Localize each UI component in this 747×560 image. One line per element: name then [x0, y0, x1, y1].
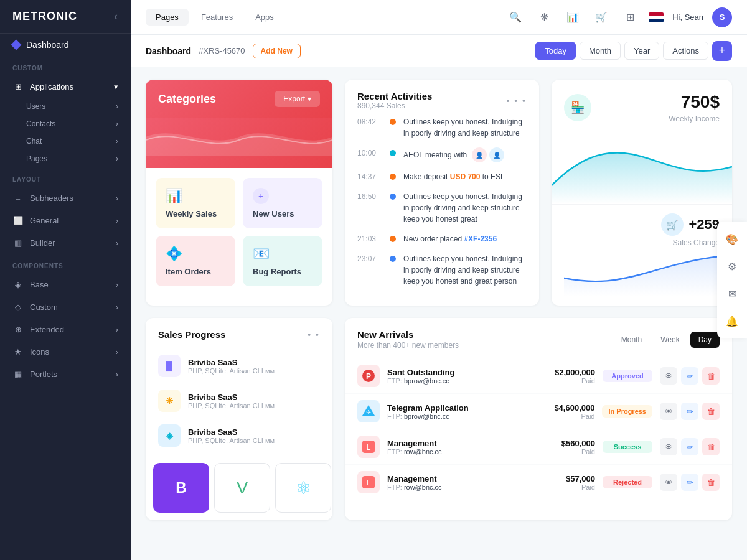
item-orders-icon: 💠: [166, 246, 182, 262]
add-new-button[interactable]: Add New: [253, 44, 301, 58]
chart-icon[interactable]: 📊: [563, 7, 583, 27]
edit-button-3[interactable]: ✏: [681, 438, 698, 455]
sp-avatar-1: ▐▌: [158, 355, 181, 377]
arrivals-tab-week[interactable]: Week: [652, 332, 687, 348]
cat-tile-bug-reports[interactable]: 📧 Bug Reports: [243, 236, 322, 286]
sidebar-item-builder[interactable]: ▥ Builder ›: [0, 231, 131, 254]
user-avatar[interactable]: S: [712, 7, 732, 27]
grid-icon[interactable]: ⊞: [620, 7, 640, 27]
highlight-order: #XF-2356: [464, 235, 497, 243]
act-text-2-main: AEOL meeting with: [403, 151, 467, 159]
edit-button-2[interactable]: ✏: [681, 403, 698, 420]
sidebar-item-pages[interactable]: Pages ›: [0, 150, 131, 167]
sp-menu[interactable]: • •: [308, 330, 320, 340]
categories-wave: [146, 118, 332, 168]
arrivals-tab-day[interactable]: Day: [690, 332, 720, 348]
year-button[interactable]: Year: [624, 42, 659, 60]
income-label: Weekly Income: [669, 114, 720, 123]
sidebar-item-extended[interactable]: ⊕ Extended ›: [0, 318, 131, 340]
tab-apps[interactable]: Apps: [245, 9, 284, 26]
arrival-logo-1: P: [357, 365, 380, 387]
arrivals-table: P Sant Outstanding FTP: bprow@bnc.cc $2,…: [345, 353, 732, 505]
view-button-2[interactable]: 👁: [660, 403, 677, 420]
new-arrivals-card: New Arrivals More than 400+ new members …: [345, 318, 732, 520]
tab-pages[interactable]: Pages: [146, 9, 189, 26]
export-button[interactable]: Export ▾: [275, 91, 320, 107]
sidebar-item-users[interactable]: Users ›: [0, 98, 131, 115]
ri-palette-icon[interactable]: 🎨: [722, 229, 742, 249]
arrivals-tab-month[interactable]: Month: [613, 332, 650, 348]
network-icon[interactable]: ❋: [534, 7, 554, 27]
income-card: 🏪 750$ Weekly Income: [552, 80, 732, 306]
portlets-icon: ▦: [12, 368, 24, 380]
subheaders-icon: ≡: [12, 192, 24, 203]
avatar-2: 👤: [489, 147, 504, 162]
today-button[interactable]: Today: [535, 42, 576, 60]
sp-avatar-3: ◈: [158, 424, 181, 447]
act-text-2: AEOL meeting with 👤 👤: [403, 147, 504, 162]
sidebar-item-chat[interactable]: Chat ›: [0, 133, 131, 150]
activities-title: Recent Activities: [357, 91, 432, 101]
search-icon[interactable]: 🔍: [505, 7, 525, 27]
new-users-label: New Users: [253, 209, 294, 218]
svg-text:L: L: [367, 443, 371, 452]
arrival-ftp-2: FTP: bprow@bnc.cc: [387, 413, 525, 420]
delete-button-2[interactable]: 🗑: [702, 403, 720, 420]
brand-name: METRONIC: [12, 10, 77, 23]
arrival-name-1: Sant Outstanding: [387, 368, 525, 377]
cart-icon[interactable]: 🛒: [591, 7, 611, 27]
sidebar-item-general[interactable]: ⬜ General ›: [0, 209, 131, 231]
ri-bell-icon[interactable]: 🔔: [722, 311, 742, 331]
sidebar-item-icons[interactable]: ★ Icons ›: [0, 340, 131, 363]
edit-button-1[interactable]: ✏: [681, 367, 698, 385]
sp-header: Sales Progress • •: [146, 318, 332, 348]
ri-settings-icon[interactable]: ⚙: [722, 256, 742, 276]
arrival-actions-3: 👁 ✏ 🗑: [660, 438, 720, 455]
income-amount: 750$: [669, 92, 720, 112]
view-button-4[interactable]: 👁: [660, 474, 677, 491]
delete-button-1[interactable]: 🗑: [702, 367, 720, 385]
highlight-usd: USD 700: [450, 172, 481, 181]
delete-button-3[interactable]: 🗑: [702, 438, 720, 455]
act-time-1: 08:42: [357, 118, 382, 126]
cat-tile-item-orders[interactable]: 💠 Item Orders: [156, 236, 235, 286]
icons-arrow: ›: [116, 347, 118, 357]
act-text-6: Outlines keep you honest. Indulging in p…: [403, 253, 527, 287]
arrival-logo-2: ✈: [357, 400, 380, 422]
export-chevron: ▾: [308, 95, 311, 103]
cat-tile-new-users[interactable]: + New Users: [243, 178, 322, 228]
subheader: Dashboard #XRS-45670 Add New Today Month…: [131, 35, 747, 67]
add-widget-button[interactable]: +: [712, 41, 732, 61]
ri-send-icon[interactable]: ✉: [722, 284, 742, 304]
sidebar-item-base[interactable]: ◈ Base ›: [0, 273, 131, 296]
view-button-3[interactable]: 👁: [660, 438, 677, 455]
sp-name-3: Briviba SaaS: [188, 427, 320, 437]
sidebar-item-applications[interactable]: ⊞ Applications ▾: [0, 75, 131, 98]
month-button[interactable]: Month: [580, 42, 621, 60]
sidebar-item-portlets[interactable]: ▦ Portlets ›: [0, 363, 131, 385]
bug-reports-icon: 📧: [253, 246, 270, 262]
act-text-4: Outlines keep you honest. Indulging in p…: [403, 191, 527, 225]
edit-button-4[interactable]: ✏: [681, 474, 698, 491]
delete-button-4[interactable]: 🗑: [702, 474, 720, 491]
subheaders-arrow: ›: [116, 194, 118, 203]
arrival-name-4: Management: [387, 474, 525, 483]
base-label: Base: [30, 280, 49, 289]
main-area: Pages Features Apps 🔍 ❋ 📊 🛒 ⊞ Hi, Sean S…: [131, 0, 747, 560]
actions-button[interactable]: Actions: [663, 42, 708, 60]
activities-menu[interactable]: • • •: [507, 96, 527, 106]
sidebar-item-custom[interactable]: ◇ Custom ›: [0, 296, 131, 318]
cat-tile-weekly-sales[interactable]: 📊 Weekly Sales: [156, 178, 235, 228]
sp-title: Sales Progress: [158, 329, 225, 340]
dashboard-link[interactable]: Dashboard: [0, 34, 131, 56]
sidebar-toggle[interactable]: ‹: [114, 10, 118, 23]
language-flag[interactable]: [649, 12, 664, 22]
activity-item-3: 14:37 Make deposit USD 700 to ESL: [357, 171, 527, 182]
tab-features[interactable]: Features: [191, 9, 243, 26]
sidebar-item-contacts[interactable]: Contacts ›: [0, 115, 131, 133]
contacts-arrow: ›: [116, 119, 118, 128]
section-components: COMPONENTS: [0, 254, 131, 273]
sidebar-item-subheaders[interactable]: ≡ Subheaders ›: [0, 187, 131, 209]
view-button-1[interactable]: 👁: [660, 367, 677, 385]
logo-react: ⚛: [275, 463, 331, 513]
